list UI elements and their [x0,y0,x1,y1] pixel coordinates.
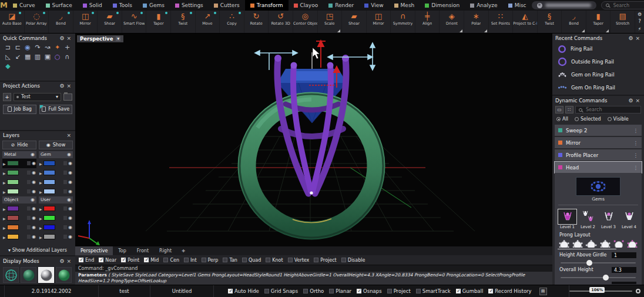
dynamic-item-profile-placer[interactable]: Profile Placer [555,149,642,161]
sort-view-button[interactable]: ∷ [565,106,573,114]
visibility-eye-icon[interactable] [68,180,72,185]
file-name[interactable]: Untitled [150,285,214,297]
visibility-eye-icon[interactable] [32,161,36,166]
layer-color-swatch[interactable] [43,234,55,239]
gear-icon[interactable]: ⚙ [638,12,642,17]
dynamic-item-mirror[interactable]: Mirror [555,137,642,148]
layer-row[interactable] [39,213,73,223]
quick-command-11-icon[interactable]: ▥ [33,53,43,61]
app-logo[interactable]: M [0,0,8,11]
quick-command-2-icon[interactable]: ⊏ [13,44,23,51]
layer-row[interactable] [2,168,36,178]
osnap-knot[interactable]: Knot [266,258,283,263]
display-mode-wireframe[interactable] [3,267,19,283]
expand-triangle-icon[interactable] [3,206,6,212]
menu-mesh[interactable]: Mesh [389,0,420,11]
layer-row[interactable] [2,178,36,187]
layer-row[interactable] [39,168,73,178]
panel-gear-icon[interactable]: ⚙ [58,83,65,89]
menu-analyze[interactable]: Analyze [465,0,502,11]
recent-ring-rail[interactable]: Ring Rail [552,42,644,55]
viewport-title[interactable]: Perspective▾ [77,35,123,42]
lock-icon[interactable] [27,235,31,239]
prong-style-option-3[interactable] [585,239,598,248]
expand-triangle-icon[interactable] [39,206,42,212]
tb-auto-base[interactable]: ◪Auto Base [0,11,25,33]
lock-icon[interactable] [27,180,31,184]
layer-color-swatch[interactable] [7,189,19,194]
layer-row[interactable] [2,204,36,213]
tb-move[interactable]: ↗Move [196,11,220,33]
tb-rotate[interactable]: ↻Rotate [244,11,269,33]
panel-close-icon[interactable]: × [65,83,72,89]
menu-view[interactable]: View [359,0,388,11]
control-point-dot[interactable] [310,191,313,194]
gems-preview-button[interactable] [576,177,620,196]
osnap-near[interactable]: Near [99,258,116,263]
layer-color-swatch[interactable] [43,206,55,211]
layer-row[interactable] [2,213,36,223]
quick-command-7-icon[interactable]: + [62,44,72,51]
osnap-point[interactable]: Point [121,258,139,263]
tb-smart-flow[interactable]: ∿Smart Flow [122,11,147,33]
panel-close-icon[interactable]: × [634,35,641,41]
display-mode-rendered[interactable] [56,267,72,283]
layer-color-swatch[interactable] [43,170,55,175]
tb-symmetry[interactable]: ∩Symmetry [391,11,415,33]
help-icon[interactable]: ? [638,19,640,24]
item-menu-icon[interactable] [633,165,639,171]
layer-row[interactable] [39,204,73,213]
lock-icon[interactable] [27,171,31,175]
menu-transform[interactable]: Transform [245,0,289,11]
layer-row[interactable] [2,232,36,242]
quick-command-4-icon[interactable]: ↷ [33,44,43,51]
quick-command-13-icon[interactable]: ○ [52,53,62,61]
lock-icon[interactable] [27,206,31,211]
tb-shear[interactable]: ▰Shear [98,11,122,33]
visibility-eye-icon[interactable] [32,171,36,175]
visibility-eye-icon[interactable] [68,189,72,194]
menu-misc[interactable]: Misc [503,0,532,11]
user-account-button[interactable] [532,1,596,9]
expand-triangle-icon[interactable] [39,179,42,185]
level-3-option[interactable]: Level 3 [599,209,618,229]
tb-polar[interactable]: ∗Polar [464,11,489,33]
quick-command-9-icon[interactable]: ↙ [13,53,23,61]
osnap-quad[interactable]: Quad [242,258,261,263]
full-save-button[interactable]: Full Save [39,105,73,114]
osnap-perp[interactable]: Perp [202,258,219,263]
display-mode-shaded[interactable] [21,267,36,283]
group-visibility-eye-icon[interactable] [67,152,71,157]
tb-stretch[interactable]: ▤Stretch [611,11,635,33]
osnap-disable[interactable]: Disable [341,258,365,263]
panel-close-icon[interactable]: × [65,132,72,138]
expand-triangle-icon[interactable] [3,189,6,195]
layer-color-swatch[interactable] [43,179,55,185]
level-2-option[interactable]: Level 2 [578,209,598,229]
layer-row[interactable] [39,159,73,168]
command-history-line[interactable]: Command: _gvCommand [75,265,552,272]
lock-icon[interactable] [63,225,67,229]
prong-style-option-1[interactable] [558,239,571,248]
tb-mirror-2[interactable]: ◫Mirror [367,11,391,33]
prong-style-option-5[interactable] [612,239,625,248]
tb-project-to-cplane[interactable]: ◭Project to C-Plane [513,11,538,33]
menu-solid[interactable]: Solid [78,0,108,11]
lock-icon[interactable] [63,180,67,184]
osnap-cen[interactable]: Cen [163,258,179,263]
menu-render[interactable]: Render [323,0,359,11]
viewport[interactable]: Perspective▾ [75,34,552,246]
search-input[interactable] [612,2,644,9]
viewport-dropdown-icon[interactable]: ▾ [116,36,120,41]
lock-icon[interactable] [27,189,31,193]
toggle-smarttrack[interactable]: SmartTrack [416,288,451,294]
layer-color-swatch[interactable] [7,161,19,166]
expand-triangle-icon[interactable] [3,225,6,231]
overall-height-value[interactable]: 4.3 [611,266,637,273]
height-above-girdle-slider[interactable] [561,262,636,263]
tb-twist[interactable]: §Twist [171,11,196,33]
quick-command-5-icon[interactable]: ↝ [42,44,52,51]
slider-thumb[interactable] [603,275,609,281]
panel-gear-icon[interactable]: ⚙ [58,258,65,264]
menu-gems[interactable]: Gems [137,0,170,11]
